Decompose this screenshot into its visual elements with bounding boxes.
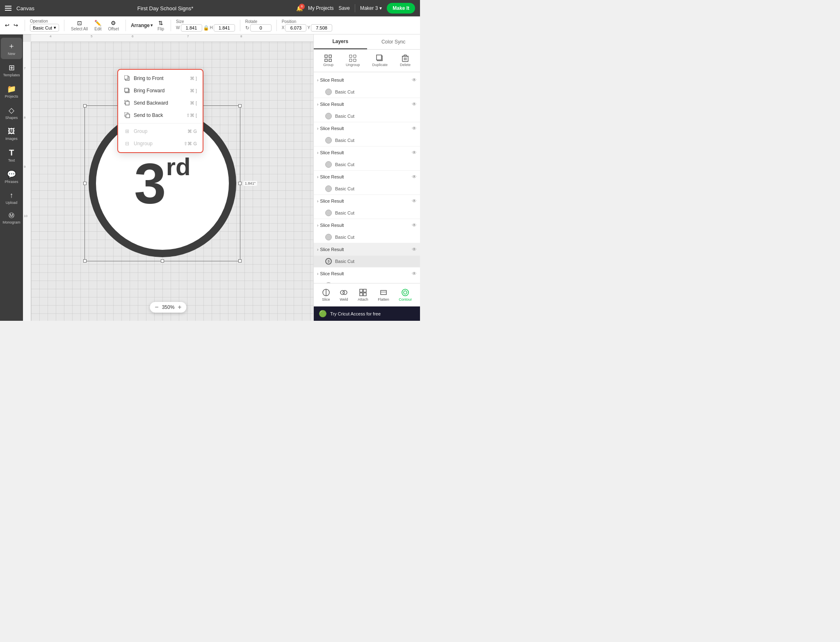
height-input[interactable] xyxy=(214,24,235,32)
layer-sub-0[interactable]: Basic Cut xyxy=(314,86,420,98)
notification-bell[interactable]: 🔔 6 xyxy=(296,5,303,11)
layer-item-1[interactable]: › Slice Result 👁 xyxy=(314,98,420,110)
hamburger-menu[interactable] xyxy=(5,6,11,11)
handle-top-right[interactable] xyxy=(238,104,242,107)
layer-sub-4[interactable]: Basic Cut xyxy=(314,183,420,194)
zoom-out-button[interactable]: − xyxy=(155,304,158,311)
layer-sub-3[interactable]: Basic Cut xyxy=(314,159,420,170)
flip-button[interactable]: ⇅ Flip xyxy=(156,18,166,33)
layer-item-3[interactable]: › Slice Result 👁 xyxy=(314,146,420,159)
eye-icon-8[interactable]: 👁 xyxy=(412,271,417,276)
main-layout: ＋ New ⊞ Templates 📁 Projects ◇ Shapes 🖼 … xyxy=(0,34,420,321)
y-input[interactable] xyxy=(311,24,332,32)
layer-group-3: › Slice Result 👁 Basic Cut xyxy=(314,146,420,171)
eye-icon-7[interactable]: 👁 xyxy=(412,247,417,252)
eye-icon-3[interactable]: 👁 xyxy=(412,150,417,155)
handle-bottom-mid[interactable] xyxy=(161,259,164,263)
eye-icon-6[interactable]: 👁 xyxy=(412,222,417,228)
send-to-back-item[interactable]: Send to Back ⇧⌘ [ xyxy=(118,109,203,121)
flatten-button[interactable]: Flatten xyxy=(375,287,392,303)
handle-bottom-left[interactable] xyxy=(83,259,87,263)
arrange-button[interactable]: Arrange ▾ xyxy=(131,23,153,28)
eye-icon-2[interactable]: 👁 xyxy=(412,126,417,131)
undo-button[interactable]: ↩ xyxy=(3,21,11,30)
handle-right-mid[interactable] xyxy=(238,182,242,185)
group-tool-button[interactable]: Group xyxy=(322,53,335,69)
layer-chevron-4[interactable]: › xyxy=(317,175,318,179)
layer-item-5[interactable]: › Slice Result 👁 xyxy=(314,195,420,207)
canvas-area[interactable]: 4 5 6 7 8 7 8 9 10 xyxy=(23,34,313,321)
make-it-button[interactable]: Make It xyxy=(387,3,415,14)
bring-to-front-item[interactable]: Bring to Front ⌘ ] xyxy=(118,72,203,85)
eye-icon-4[interactable]: 👁 xyxy=(412,174,417,180)
layer-chevron-5[interactable]: › xyxy=(317,199,318,203)
canvas-label: Canvas xyxy=(16,5,34,11)
sidebar-item-projects[interactable]: 📁 Projects xyxy=(1,81,22,102)
sidebar-item-templates[interactable]: ⊞ Templates xyxy=(1,60,22,80)
edit-button[interactable]: ✏️ Edit xyxy=(93,18,103,33)
x-input[interactable] xyxy=(285,24,306,32)
sidebar-item-images[interactable]: 🖼 Images xyxy=(1,124,22,144)
attach-button[interactable]: Attach xyxy=(355,287,371,303)
layer-item-2[interactable]: › Slice Result 👁 xyxy=(314,122,420,135)
layer-item-6[interactable]: › Slice Result 👁 xyxy=(314,219,420,231)
eye-icon-0[interactable]: 👁 xyxy=(412,77,417,83)
layer-chevron-6[interactable]: › xyxy=(317,223,318,228)
sidebar-item-phrases[interactable]: 💬 Phrases xyxy=(1,167,22,187)
layer-sub-2[interactable]: Basic Cut xyxy=(314,135,420,146)
top-bar-left: Canvas xyxy=(5,5,34,11)
layer-chevron-8[interactable]: › xyxy=(317,272,318,276)
layer-item-0[interactable]: › Slice Result 👁 xyxy=(314,74,420,86)
layer-sub-6[interactable]: Basic Cut xyxy=(314,231,420,243)
layer-chevron-1[interactable]: › xyxy=(317,102,318,107)
layer-chevron-3[interactable]: › xyxy=(317,151,318,155)
group-item[interactable]: ⊞ Group ⌘ G xyxy=(118,125,203,137)
handle-top-left[interactable] xyxy=(83,104,87,107)
panel-tabs: Layers Color Sync xyxy=(314,34,420,50)
svg-rect-10 xyxy=(325,59,327,62)
save-button[interactable]: Save xyxy=(339,5,350,11)
layer-sub-8[interactable]: Basic Cut xyxy=(314,280,420,283)
operation-label: Operation xyxy=(30,19,59,23)
layer-sub-1[interactable]: Basic Cut xyxy=(314,110,420,122)
my-projects-button[interactable]: My Projects xyxy=(308,5,334,11)
maker-selector[interactable]: Maker 3 ▾ xyxy=(360,5,382,11)
eye-icon-5[interactable]: 👁 xyxy=(412,198,417,204)
weld-button[interactable]: Weld xyxy=(337,287,350,303)
rotate-input[interactable] xyxy=(250,24,272,32)
layer-item-7[interactable]: › Slice Result 👁 xyxy=(314,243,420,256)
handle-bottom-right[interactable] xyxy=(238,259,242,263)
width-input[interactable] xyxy=(181,24,202,32)
ungroup-tool-button[interactable]: Ungroup xyxy=(344,53,362,69)
bring-forward-item[interactable]: Bring Forward ⌘ ] xyxy=(118,85,203,97)
layer-chevron-7[interactable]: › xyxy=(317,247,318,252)
select-all-button[interactable]: ⊡ Select All xyxy=(69,18,89,33)
tab-layers[interactable]: Layers xyxy=(314,34,367,49)
handle-left-mid[interactable] xyxy=(83,182,87,185)
layer-item-4[interactable]: › Slice Result 👁 xyxy=(314,171,420,183)
sidebar-item-text[interactable]: T Text xyxy=(1,145,22,166)
sidebar-item-upload[interactable]: ↑ Upload xyxy=(1,188,22,208)
ungroup-item[interactable]: ⊟ Ungroup ⇧⌘ G xyxy=(118,137,203,150)
contour-button[interactable]: Contour xyxy=(396,287,414,303)
lock-icon[interactable]: 🔒 xyxy=(203,25,209,31)
cricut-banner[interactable]: 🟢 Try Cricut Access for free xyxy=(314,306,420,321)
sidebar-item-new[interactable]: ＋ New xyxy=(1,38,22,59)
sidebar-item-monogram[interactable]: Ⓜ Monogram xyxy=(1,209,22,228)
operation-select[interactable]: Basic Cut ▾ xyxy=(30,24,59,32)
layer-item-8[interactable]: › Slice Result 👁 xyxy=(314,267,420,280)
layer-chevron-2[interactable]: › xyxy=(317,126,318,131)
zoom-in-button[interactable]: + xyxy=(178,304,181,311)
tab-color-sync[interactable]: Color Sync xyxy=(367,34,420,49)
slice-button[interactable]: Slice xyxy=(320,287,333,303)
duplicate-tool-button[interactable]: Duplicate xyxy=(370,53,389,69)
eye-icon-1[interactable]: 👁 xyxy=(412,101,417,107)
sidebar-item-shapes[interactable]: ◇ Shapes xyxy=(1,103,22,123)
offset-button[interactable]: ⚙ Offset xyxy=(106,18,121,33)
send-backward-item[interactable]: Send Backward ⌘ [ xyxy=(118,97,203,109)
layer-sub-5[interactable]: Basic Cut xyxy=(314,207,420,219)
delete-tool-button[interactable]: Delete xyxy=(398,53,412,69)
layer-chevron-0[interactable]: › xyxy=(317,78,318,82)
redo-button[interactable]: ↪ xyxy=(12,21,20,30)
layer-sub-7[interactable]: 3 Basic Cut xyxy=(314,256,420,267)
